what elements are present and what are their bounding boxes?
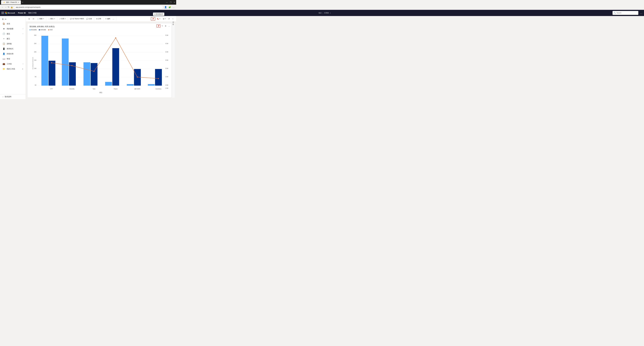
restore-button[interactable]: ❐ [170,1,172,3]
new-tab-button[interactable]: + [22,1,23,4]
bookmark-icon: 🔖 [157,18,159,20]
workspace-label[interactable]: 我的工作區 [28,12,37,14]
export-label: 匯出 [50,18,54,20]
chart-area: 製造價格, 銷售價格, 利潤 (依產品) 製造價格 銷售價格 利潤 [26,22,176,99]
teams-button[interactable]: 💬 在 Teams 中聊天 [69,17,85,21]
chart-more-button[interactable]: … [168,25,171,27]
file-label: 檔案 [40,18,42,20]
sidebar-item-shared[interactable]: 👤 與我共用 [0,51,26,56]
app-logo: Microsoft Power BI 我的工作區 [2,12,37,14]
profit-dot-velo [94,71,94,72]
toolbar-more-button[interactable]: … [112,18,115,20]
bar-vtt-manufacture [42,36,48,86]
sidebar-item-apps[interactable]: 📱 應用程式 [0,46,26,51]
sidebar: ☰ ≫ 🏠 首頁 ★ 我的最愛 › 🕐 最近 › + 建立 📋 資料集 📱 應用… [0,16,26,99]
datasets-icon: 📋 [2,43,5,45]
address-bar[interactable]: app.powerbi.com/groups/me/reports [14,6,163,9]
sidebar-apps-label: 應用程式 [7,48,14,50]
toolbar-expand-button[interactable]: ≫ [32,17,36,20]
sidebar-item-workspaces[interactable]: 💼 工作區 › [0,61,26,66]
sidebar-item-favorites[interactable]: ★ 我的最愛 › [0,26,26,31]
profit-dot-paseo [115,37,116,38]
y-right-20m: 2.0M [165,84,168,86]
ms-colorbox [5,12,7,14]
export-view-button[interactable]: ⊞ ▼ [162,18,167,20]
file-icon: 📄 [37,18,39,20]
bar-vtt-sales [48,61,55,86]
y-left-25k: 25K [34,43,36,44]
tab-title: 測試 - Power BI [6,1,17,4]
reload-button[interactable]: ↻ [8,6,10,9]
export-icon: ↔ [48,18,50,20]
export-view-icon: ⊞ [163,18,164,20]
y-right-15m: 1.5M [165,87,168,89]
legend-manufacture-dot [30,29,30,30]
favorite-button[interactable]: ☆ [171,18,175,20]
get-data-button[interactable]: ↑ 取得資料 [0,94,26,99]
nav-more-button[interactable]: … [172,6,175,9]
chart-filter-button[interactable]: ▽ [161,25,164,27]
share-label: 共用 [61,18,64,20]
y-right-35m: 3.5M [165,59,168,61]
sidebar-item-my-workspace[interactable]: 📁 我的工作區 ∨ [0,66,26,71]
export-button[interactable]: ↔ 匯出 ▼ [47,17,56,21]
nav-right-controls: 👤 🧩 … [164,6,175,9]
toolbar-collapse-button[interactable]: ☰ [27,17,31,21]
microsoft-label: Microsoft [8,12,15,14]
my-workspace-chevron-icon: ∨ [22,68,23,70]
sidebar-item-datasets[interactable]: 📋 資料集 [0,41,26,46]
y-right-25m: 2.5M [165,76,168,78]
comment-button[interactable]: 💭 註留 [86,17,93,21]
extensions-icon[interactable]: 🧩 [168,6,171,9]
sidebar-my-workspace-label: 我的工作區 [7,68,15,70]
sidebar-expand-button[interactable]: ☰ ≫ [0,17,26,21]
forward-button[interactable]: → [5,6,7,9]
sidebar-collapse-icon: ≫ [5,18,6,20]
x-label-paseo: Paseo [114,88,118,90]
profile-icon[interactable]: 👤 [164,6,167,9]
minimize-button[interactable]: — [166,1,168,3]
refresh-button[interactable]: ↺ [167,18,171,20]
chart-title: 製造價格, 銷售價格, 利潤 (依產品) [30,26,170,28]
edit-button[interactable]: ✏ 編輯 [104,17,111,21]
pin-visual-button[interactable]: 📌 [151,17,155,21]
bar-paseo-manufacture [105,82,112,86]
favorite-icon: ☆ [172,18,174,20]
tab-favicon: ⚡ [3,2,5,3]
y-right-5m: 5.0M [165,35,168,36]
file-button[interactable]: 📄 檔案 ▼ [36,17,45,21]
microsoft-logo: Microsoft [5,12,15,14]
toolbar-file-group: 📄 檔案 ▼ [36,17,46,21]
right-expand-panel: 篩 選 [172,23,175,98]
sidebar-home-label: 首頁 [7,23,10,25]
active-tab[interactable]: ⚡ 測試 - Power BI ✕ [1,0,21,5]
app-container: ☰ ≫ 🏠 首頁 ★ 我的最愛 › 🕐 最近 › + 建立 📋 資料集 📱 應用… [0,10,176,99]
bar-carretera-sales [155,69,162,86]
chart-legend: 製造價格 銷售價格 利潤 [30,29,170,31]
lock-icon: 🔒 [10,6,13,9]
share-caret-icon: ▼ [65,18,66,19]
sidebar-recent-label: 最近 [7,33,10,35]
profit-dot-amarilla [72,65,72,66]
tab-close-button[interactable]: ✕ [18,2,19,3]
sidebar-favorites-label: 我的最愛 [7,28,14,30]
refresh-icon: ↺ [168,18,170,20]
sidebar-item-learn[interactable]: 📖 學習 [0,56,26,61]
chart-expand-button[interactable]: ⊞ [164,25,167,27]
subscribe-button[interactable]: ✉ 訂閱 [95,17,102,21]
share-button[interactable]: ↗ 共用 ▼ [58,17,67,21]
recent-icon: 🕐 [2,33,5,35]
sidebar-learn-label: 學習 [7,58,10,60]
workspaces-chevron-icon: › [23,63,23,65]
back-button[interactable]: ← [2,6,4,9]
bar-carretera-manufacture [148,84,155,86]
profit-dot-montana [137,77,138,78]
sidebar-item-recent[interactable]: 🕐 最近 › [0,31,26,36]
chart-pin-button[interactable]: 📌 [156,24,160,28]
sidebar-item-create[interactable]: + 建立 [0,36,26,41]
sidebar-hamburger-icon: ☰ [2,18,4,20]
close-button[interactable]: ✕ [174,1,175,3]
sidebar-item-home[interactable]: 🏠 首頁 [0,21,26,26]
bookmark-button[interactable]: 🔖 ▼ [156,18,161,20]
toolbar-export-group: ↔ 匯出 ▼ [47,17,57,21]
